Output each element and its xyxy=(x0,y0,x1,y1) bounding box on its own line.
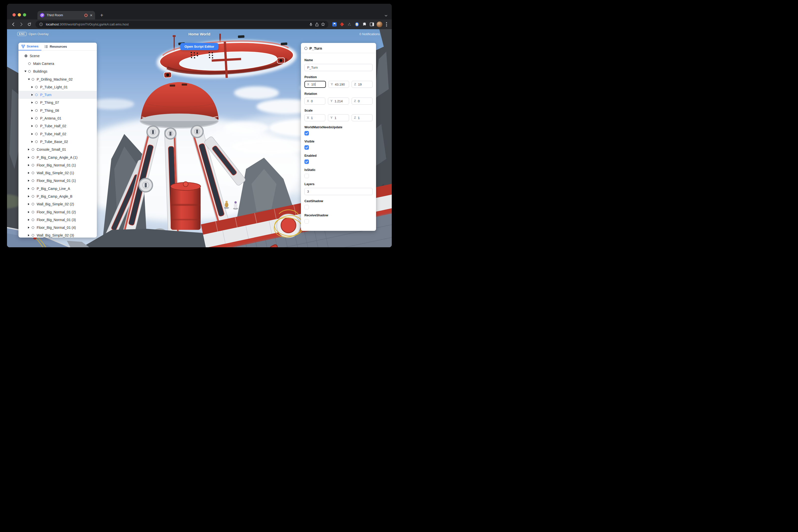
node-circle-icon xyxy=(35,133,38,135)
scale-y-input[interactable]: Y1 xyxy=(328,114,349,121)
back-button[interactable] xyxy=(10,21,17,28)
position-x-input[interactable]: X10 xyxy=(304,81,326,88)
reader-mode-extension-icon[interactable] xyxy=(354,21,360,27)
chevron-down-icon[interactable] xyxy=(24,71,27,72)
tree-item-p-tube-light-01[interactable]: P_Tube_Light_01 xyxy=(18,83,97,91)
scale-z-input[interactable]: Z1 xyxy=(352,114,373,121)
tree-item-main-camera[interactable]: Main Camera xyxy=(18,60,97,68)
side-panel-icon[interactable] xyxy=(369,21,375,27)
visible-checkbox[interactable] xyxy=(304,145,309,150)
chevron-right-icon[interactable] xyxy=(28,149,31,150)
tree-item-p-big-camp-angle-a-1-[interactable]: P_Big_Camp_Angle_A (1) xyxy=(18,153,97,161)
worldmatrixneedsupdate-checkbox[interactable] xyxy=(304,131,309,135)
chevron-right-icon[interactable] xyxy=(28,156,31,158)
enabled-checkbox[interactable] xyxy=(304,159,309,164)
castshadow-checkbox[interactable] xyxy=(304,205,309,209)
url-text: localhost:3000/world/!vjrzmTVOcyIsLgaAkA… xyxy=(46,22,308,26)
chevron-right-icon[interactable] xyxy=(28,180,31,182)
viewport[interactable]: ESC Open Overlay Home World 0 Notificati… xyxy=(7,29,392,247)
tab-close-icon[interactable]: ✕ xyxy=(90,14,93,17)
tree-item-p-tube-base-02[interactable]: P_Tube_Base_02 xyxy=(18,138,97,146)
tree-item-p-big-camp-angle-b[interactable]: P_Big_Camp_Angle_B xyxy=(18,192,97,200)
forward-button[interactable] xyxy=(18,21,24,28)
tree-item-p-drilling-machine-02[interactable]: P_Drilling_Machine_02 xyxy=(18,75,97,83)
tree-item-p-tube-half-02[interactable]: P_Tube_Half_02 xyxy=(18,122,97,130)
recycle-extension-icon[interactable] xyxy=(346,21,352,27)
chevron-right-icon[interactable] xyxy=(32,133,34,135)
chevron-right-icon[interactable] xyxy=(28,195,31,197)
tree-item-wall-big-simple-02-3-[interactable]: Wall_Big_Simple_02 (3) xyxy=(18,232,97,238)
chevron-right-icon[interactable] xyxy=(28,172,31,174)
password-manager-extension-icon[interactable] xyxy=(331,21,337,27)
tab-scenes[interactable]: Scenes xyxy=(18,43,41,51)
chevron-right-icon[interactable] xyxy=(32,110,34,112)
position-z-input[interactable]: Z19 xyxy=(352,81,373,88)
tree-item-floor-big-normal-01-4-[interactable]: Floor_Big_Normal_01 (4) xyxy=(18,224,97,232)
tree-item-p-thing-08[interactable]: P_Thing_08 xyxy=(18,107,97,114)
notifications-indicator[interactable]: 0 Notifications xyxy=(359,32,380,36)
field-label: Layers xyxy=(304,183,373,186)
devtools-red-diamond-extension-icon[interactable] xyxy=(339,21,345,27)
node-circle-icon xyxy=(32,203,34,206)
tab-search-chevron-icon[interactable] xyxy=(384,14,388,17)
minimize-window-button[interactable] xyxy=(18,13,21,17)
tree-item-p-turn[interactable]: P_Turn xyxy=(18,91,97,99)
chevron-right-icon[interactable] xyxy=(28,219,31,221)
new-tab-button[interactable]: + xyxy=(98,12,105,19)
browser-menu-kebab-icon[interactable] xyxy=(384,21,389,27)
isstatic-checkbox[interactable] xyxy=(304,174,309,178)
chevron-right-icon[interactable] xyxy=(28,188,31,190)
share-icon[interactable] xyxy=(314,21,320,27)
chevron-right-icon[interactable] xyxy=(32,141,34,143)
chevron-right-icon[interactable] xyxy=(28,164,31,166)
name-input[interactable]: P_Turn xyxy=(304,64,373,71)
tree-item-floor-big-normal-01-1-[interactable]: Floor_Big_Normal_01 (1) xyxy=(18,177,97,185)
rotation-x-input[interactable]: X0 xyxy=(304,98,325,104)
tree-item-scene[interactable]: Scene xyxy=(18,52,97,60)
tree-item-p-tube-half-02[interactable]: P_Tube_Half_02 xyxy=(18,130,97,138)
address-bar[interactable]: localhost:3000/world/!vjrzmTVOcyIsLgaAkA… xyxy=(35,21,328,28)
chevron-right-icon[interactable] xyxy=(28,211,31,213)
extensions-puzzle-icon[interactable] xyxy=(361,21,367,27)
tree-item-floor-big-normal-01-1-[interactable]: Floor_Big_Normal_01 (1) xyxy=(18,161,97,169)
zoom-window-button[interactable] xyxy=(23,13,26,17)
tree-item-wall-big-simple-02-1-[interactable]: Wall_Big_Simple_02 (1) xyxy=(18,169,97,177)
tree-item-floor-big-normal-01-3-[interactable]: Floor_Big_Normal_01 (3) xyxy=(18,216,97,224)
receiveshadow-checkbox[interactable] xyxy=(304,219,309,224)
chevron-right-icon[interactable] xyxy=(32,117,34,119)
tree-item-p-big-camp-line-a[interactable]: P_Big_Camp_Line_A xyxy=(18,185,97,192)
reload-button[interactable] xyxy=(26,21,33,28)
scale-x-input[interactable]: X1 xyxy=(304,114,325,121)
chevron-right-icon[interactable] xyxy=(32,86,34,88)
open-script-editor-button[interactable]: Open Script Editor xyxy=(180,43,218,50)
browser-tab[interactable]: Third Room ✕ xyxy=(37,11,95,19)
rotation-z-input[interactable]: Z0 xyxy=(352,98,373,104)
tree-item-label: Buildings xyxy=(33,69,48,73)
chevron-right-icon[interactable] xyxy=(28,203,31,205)
site-info-icon[interactable] xyxy=(38,21,44,27)
chevron-down-icon[interactable] xyxy=(28,79,31,80)
chevron-right-icon[interactable] xyxy=(28,234,31,236)
machine-barrel[interactable] xyxy=(171,182,201,230)
chevron-right-icon[interactable] xyxy=(32,125,34,127)
chevron-right-icon[interactable] xyxy=(32,101,34,103)
close-window-button[interactable] xyxy=(13,13,16,17)
profile-avatar[interactable] xyxy=(376,21,383,28)
tree-item-label: Wall_Big_Simple_02 (3) xyxy=(37,233,74,237)
rotation-y-input[interactable]: Y1.214 xyxy=(328,98,349,104)
tree-item-wall-big-simple-02-2-[interactable]: Wall_Big_Simple_02 (2) xyxy=(18,201,97,208)
tree-item-buildings[interactable]: Buildings xyxy=(18,68,97,75)
node-circle-icon xyxy=(35,109,38,112)
layers-input[interactable]: 3 xyxy=(304,188,373,195)
tab-resources[interactable]: Resources xyxy=(41,43,70,51)
chevron-right-icon[interactable] xyxy=(28,227,31,229)
bookmark-star-icon[interactable] xyxy=(320,21,326,27)
tree-item-p-thing-07[interactable]: P_Thing_07 xyxy=(18,99,97,107)
input-value: 1 xyxy=(358,116,360,120)
tree-item-floor-big-normal-01-2-[interactable]: Floor_Big_Normal_01 (2) xyxy=(18,208,97,216)
tree-item-p-antena-01[interactable]: P_Antena_01 xyxy=(18,114,97,122)
mic-icon[interactable] xyxy=(308,21,314,27)
position-y-input[interactable]: Y43.190 xyxy=(328,81,349,88)
tree-item-console-small-01[interactable]: Console_Small_01 xyxy=(18,146,97,153)
chevron-right-icon[interactable] xyxy=(32,94,34,96)
